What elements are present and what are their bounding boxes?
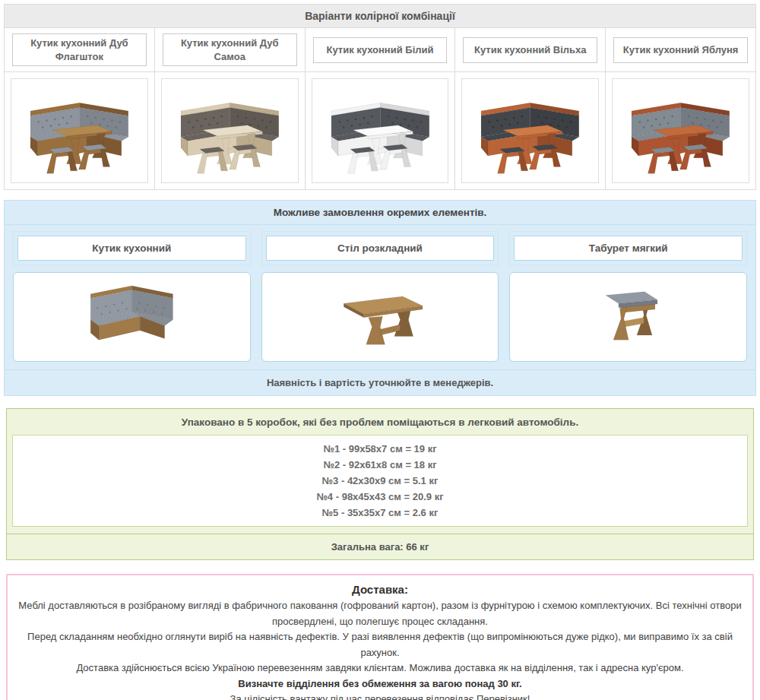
delivery-paragraph: Доставка здійснюється всією Україною пер… bbox=[17, 660, 743, 676]
delivery-bold-note: Визначте відділення без обмеження за ваг… bbox=[17, 676, 743, 692]
element-title: Табурет мягкий bbox=[514, 236, 743, 261]
variant-card: Кутик кухонний Дуб Самоа bbox=[155, 28, 306, 189]
variant-title: Кутик кухонний Яблуня bbox=[613, 37, 748, 63]
variants-section-title: Варіанти колірної комбінації bbox=[5, 5, 755, 28]
packing-box-line: №1 - 99х58х7 см = 19 кг bbox=[13, 441, 747, 457]
variant-card: Кутик кухонний Білий bbox=[306, 28, 456, 189]
variant-card: Кутик кухонний Дуб Флагшток bbox=[5, 28, 155, 189]
delivery-paragraph: Перед складанням необхідно оглянути вирі… bbox=[17, 629, 743, 660]
packing-box-line: №3 - 42х30х9 см = 5.1 кг bbox=[13, 473, 747, 489]
variant-card: Кутик кухонний Яблуня bbox=[606, 28, 755, 189]
variants-section: Варіанти колірної комбінації Кутик кухон… bbox=[4, 4, 756, 190]
variant-title: Кутик кухонний Вільха bbox=[463, 37, 597, 63]
element-card: Кутик кухонний bbox=[13, 231, 251, 362]
packing-box-line: №5 - 35х35х7 см = 2.6 кг bbox=[13, 505, 747, 521]
variant-title: Кутик кухонний Дуб Флагшток bbox=[12, 33, 147, 66]
packing-total-weight: Загальна вага: 66 кг bbox=[7, 534, 753, 559]
element-card: Табурет мягкий bbox=[509, 231, 747, 362]
delivery-final-note: За цілісність вантажу під час перевезенн… bbox=[17, 692, 743, 700]
elements-section-footer: Наявність і вартість уточнюйте в менедже… bbox=[5, 369, 755, 395]
variant-title: Кутик кухонний Білий bbox=[313, 37, 448, 63]
packing-section: Упаковано в 5 коробок, які без проблем п… bbox=[6, 408, 754, 560]
variant-image-kitchen-set bbox=[312, 78, 449, 183]
delivery-section: Доставка: Меблі доставляються в розібран… bbox=[6, 574, 754, 700]
variant-title: Кутик кухонний Дуб Самоа bbox=[163, 33, 297, 66]
element-title: Кутик кухонний bbox=[17, 236, 246, 261]
packing-section-title: Упаковано в 5 коробок, які без проблем п… bbox=[7, 409, 753, 435]
variants-grid: Кутик кухонний Дуб Флагшток Кутик кухонн… bbox=[5, 28, 755, 189]
variant-image-kitchen-set bbox=[11, 78, 148, 183]
variant-image-kitchen-set bbox=[461, 78, 599, 183]
variant-image-kitchen-set bbox=[612, 78, 749, 183]
variant-card: Кутик кухонний Вільха bbox=[455, 28, 606, 189]
element-card: Стіл розкладний bbox=[261, 231, 499, 362]
elements-section: Можливе замовлення окремих елементів. Ку… bbox=[4, 200, 756, 396]
elements-section-title: Можливе замовлення окремих елементів. bbox=[5, 201, 755, 225]
elements-grid: Кутик кухонний Стіл розкладний Табурет м… bbox=[5, 225, 755, 369]
element-image-folding-table bbox=[261, 272, 499, 362]
packing-box-line: №2 - 92х61х8 см = 18 кг bbox=[13, 457, 747, 473]
packing-box-line: №4 - 98х45х43 см = 20.9 кг bbox=[13, 489, 747, 505]
element-image-corner-bench bbox=[13, 272, 251, 362]
delivery-title: Доставка: bbox=[17, 583, 743, 596]
delivery-paragraph: Меблі доставляються в розібраному вигляд… bbox=[17, 598, 743, 629]
packing-box-list: №1 - 99х58х7 см = 19 кг №2 - 92х61х8 см … bbox=[12, 435, 748, 527]
element-image-soft-stool bbox=[509, 272, 747, 362]
variant-image-kitchen-set bbox=[161, 78, 299, 183]
element-title: Стіл розкладний bbox=[266, 236, 495, 261]
